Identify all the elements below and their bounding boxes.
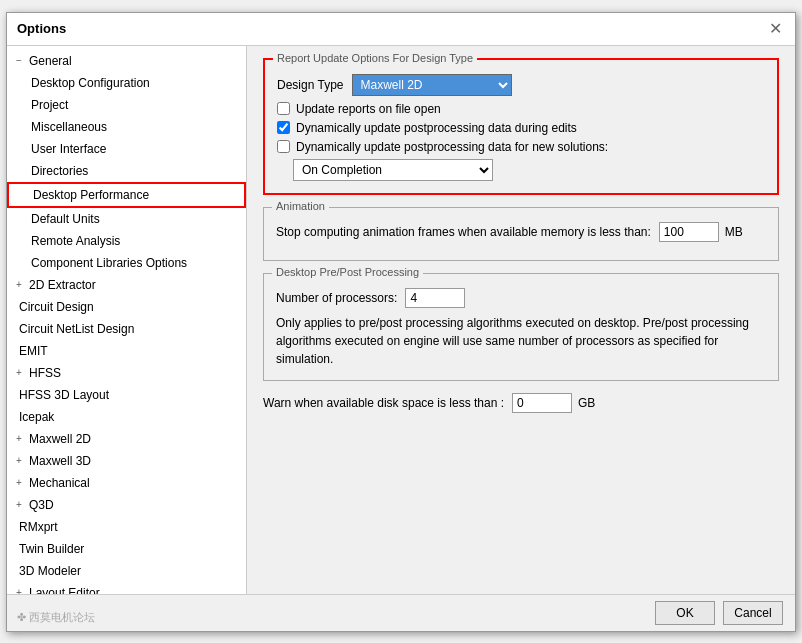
completion-select[interactable]: On Completion Immediately Never — [293, 159, 493, 181]
processors-label: Number of processors: — [276, 291, 397, 305]
sidebar-item-mechanical[interactable]: + Mechanical — [7, 472, 246, 494]
sidebar-label-circuit: Circuit Design — [19, 300, 94, 314]
sidebar-item-component-libraries[interactable]: Component Libraries Options — [7, 252, 246, 274]
expand-icon-general: − — [11, 53, 27, 69]
expand-icon-hfss: + — [11, 365, 27, 381]
sidebar-item-miscellaneous[interactable]: Miscellaneous — [7, 116, 246, 138]
expand-icon-2d: + — [11, 277, 27, 293]
sidebar-item-default-units[interactable]: Default Units — [7, 208, 246, 230]
options-dialog: Options ✕ − General Desktop Configuratio… — [6, 12, 796, 632]
sidebar-item-maxwell3d[interactable]: + Maxwell 3D — [7, 450, 246, 472]
sidebar-label-mech: Mechanical — [29, 474, 90, 492]
expand-icon-layout: + — [11, 585, 27, 594]
sidebar-item-general[interactable]: − General — [7, 50, 246, 72]
disk-threshold-input[interactable] — [512, 393, 572, 413]
sidebar-label-rmxprt: RMxprt — [19, 520, 58, 534]
sidebar-label-3dmod: 3D Modeler — [19, 564, 81, 578]
report-section: Report Update Options For Design Type De… — [263, 58, 779, 195]
disk-unit: GB — [578, 396, 595, 410]
sidebar-label-twin: Twin Builder — [19, 542, 84, 556]
dialog-footer: ✤ 西莫电机论坛 OK Cancel — [7, 594, 795, 631]
sidebar-label-desktop-config: Desktop Configuration — [31, 76, 150, 90]
completion-row: On Completion Immediately Never — [277, 159, 765, 181]
title-bar: Options ✕ — [7, 13, 795, 46]
sidebar-item-desktop-config[interactable]: Desktop Configuration — [7, 72, 246, 94]
sidebar-label-2d: 2D Extractor — [29, 276, 96, 294]
checkbox2-row: Dynamically update postprocessing data d… — [277, 121, 765, 135]
desktop-title: Desktop Pre/Post Processing — [272, 266, 423, 278]
design-type-select[interactable]: Maxwell 2D Maxwell 3D HFSS Q3D Icepak — [352, 74, 512, 96]
sidebar-label-m2d: Maxwell 2D — [29, 430, 91, 448]
disk-warning-row: Warn when available disk space is less t… — [263, 393, 779, 413]
sidebar-item-2d-extractor[interactable]: + 2D Extractor — [7, 274, 246, 296]
desktop-body: Number of processors: Only applies to pr… — [276, 288, 766, 368]
ok-button[interactable]: OK — [655, 601, 715, 625]
sidebar-item-circuit-design[interactable]: Circuit Design — [7, 296, 246, 318]
sidebar-label-emit: EMIT — [19, 344, 48, 358]
sidebar-label-misc: Miscellaneous — [31, 120, 107, 134]
checkbox1-label: Update reports on file open — [296, 102, 441, 116]
desktop-description: Only applies to pre/post processing algo… — [276, 314, 766, 368]
sidebar: − General Desktop Configuration Project … — [7, 46, 247, 594]
sidebar-label-default-units: Default Units — [31, 212, 100, 226]
animation-threshold-input[interactable] — [659, 222, 719, 242]
sidebar-label-netlist: Circuit NetList Design — [19, 322, 134, 336]
sidebar-item-twin-builder[interactable]: Twin Builder — [7, 538, 246, 560]
sidebar-item-directories[interactable]: Directories — [7, 160, 246, 182]
sidebar-item-desktop-performance[interactable]: Desktop Performance — [7, 182, 246, 208]
checkbox-dynamic-edits[interactable] — [277, 121, 290, 134]
sidebar-item-remote-analysis[interactable]: Remote Analysis — [7, 230, 246, 252]
sidebar-item-layout-editor[interactable]: + Layout Editor — [7, 582, 246, 594]
expand-icon-mech: + — [11, 475, 27, 491]
animation-section: Animation Stop computing animation frame… — [263, 207, 779, 261]
sidebar-item-rmxprt[interactable]: RMxprt — [7, 516, 246, 538]
watermark: ✤ 西莫电机论坛 — [17, 610, 95, 625]
sidebar-label-hfss3d: HFSS 3D Layout — [19, 388, 109, 402]
sidebar-label-hfss: HFSS — [29, 364, 61, 382]
animation-field-row: Stop computing animation frames when ava… — [276, 222, 766, 242]
sidebar-label-project: Project — [31, 98, 68, 112]
checkbox-update-on-open[interactable] — [277, 102, 290, 115]
sidebar-item-icepak[interactable]: Icepak — [7, 406, 246, 428]
processors-input[interactable] — [405, 288, 465, 308]
animation-stop-label: Stop computing animation frames when ava… — [276, 225, 651, 239]
sidebar-label-remote: Remote Analysis — [31, 234, 120, 248]
sidebar-label-comp-libs: Component Libraries Options — [31, 256, 187, 270]
sidebar-item-q3d[interactable]: + Q3D — [7, 494, 246, 516]
animation-title: Animation — [272, 200, 329, 212]
processors-row: Number of processors: — [276, 288, 766, 308]
sidebar-label-dirs: Directories — [31, 164, 88, 178]
dialog-body: − General Desktop Configuration Project … — [7, 46, 795, 594]
sidebar-label-icepak: Icepak — [19, 410, 54, 424]
disk-warn-label: Warn when available disk space is less t… — [263, 396, 504, 410]
sidebar-item-emit[interactable]: EMIT — [7, 340, 246, 362]
sidebar-item-maxwell2d[interactable]: + Maxwell 2D — [7, 428, 246, 450]
checkbox3-row: Dynamically update postprocessing data f… — [277, 140, 765, 154]
expand-icon-q3d: + — [11, 497, 27, 513]
sidebar-label-general: General — [29, 52, 72, 70]
sidebar-label-ui: User Interface — [31, 142, 106, 156]
sidebar-item-hfss3d[interactable]: HFSS 3D Layout — [7, 384, 246, 406]
desktop-section: Desktop Pre/Post Processing Number of pr… — [263, 273, 779, 381]
dialog-title: Options — [17, 21, 66, 36]
animation-body: Stop computing animation frames when ava… — [276, 222, 766, 242]
sidebar-item-circuit-netlist[interactable]: Circuit NetList Design — [7, 318, 246, 340]
sidebar-item-hfss[interactable]: + HFSS — [7, 362, 246, 384]
sidebar-item-project[interactable]: Project — [7, 94, 246, 116]
report-section-title: Report Update Options For Design Type — [273, 52, 477, 64]
cancel-button[interactable]: Cancel — [723, 601, 783, 625]
sidebar-label-q3d: Q3D — [29, 496, 54, 514]
sidebar-label-desktop-perf: Desktop Performance — [33, 188, 149, 202]
design-type-row: Design Type Maxwell 2D Maxwell 3D HFSS Q… — [277, 74, 765, 96]
close-button[interactable]: ✕ — [765, 19, 785, 39]
checkbox-dynamic-new[interactable] — [277, 140, 290, 153]
design-type-label: Design Type — [277, 78, 344, 92]
expand-icon-m3d: + — [11, 453, 27, 469]
checkbox2-label: Dynamically update postprocessing data d… — [296, 121, 577, 135]
sidebar-label-layout: Layout Editor — [29, 584, 100, 594]
sidebar-item-3d-modeler[interactable]: 3D Modeler — [7, 560, 246, 582]
sidebar-item-user-interface[interactable]: User Interface — [7, 138, 246, 160]
main-content: Report Update Options For Design Type De… — [247, 46, 795, 594]
report-section-body: Design Type Maxwell 2D Maxwell 3D HFSS Q… — [277, 74, 765, 181]
expand-icon-m2d: + — [11, 431, 27, 447]
